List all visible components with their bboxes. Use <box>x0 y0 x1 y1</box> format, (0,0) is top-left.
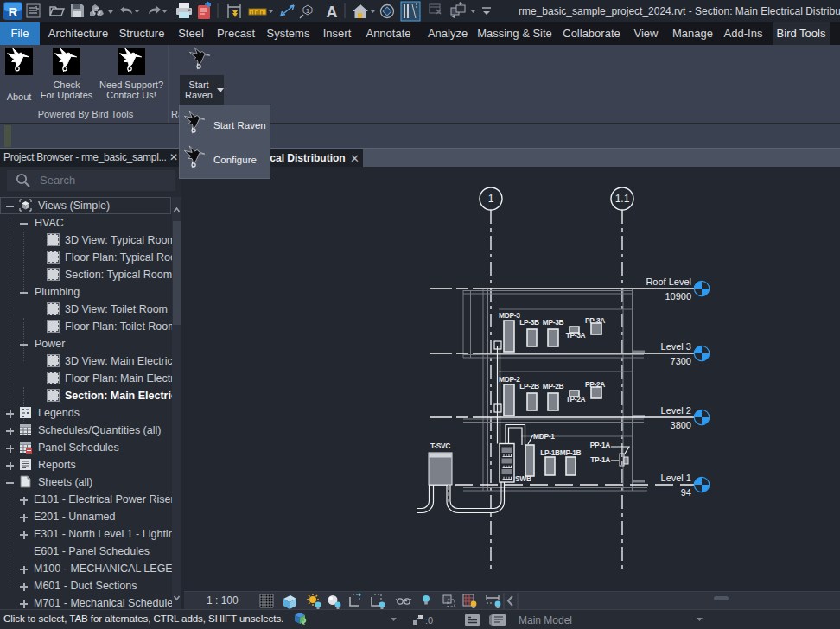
svg-text:1: 1 <box>306 7 310 15</box>
svg-text:T-SVC: T-SVC <box>430 442 450 450</box>
svg-text:PP-3A: PP-3A <box>585 316 605 325</box>
svg-text:MP-1B: MP-1B <box>560 448 582 457</box>
svg-text:LP-3B: LP-3B <box>519 318 539 327</box>
svg-text:LP-1B: LP-1B <box>540 448 560 457</box>
svg-text:Roof Level: Roof Level <box>646 276 691 287</box>
svg-text:TP-2A: TP-2A <box>566 395 586 403</box>
svg-text::0: :0 <box>425 615 433 626</box>
svg-text:1.1: 1.1 <box>615 193 630 205</box>
svg-text:R: R <box>9 4 18 19</box>
svg-text:MDP-1: MDP-1 <box>533 432 555 441</box>
svg-text:MDP-3: MDP-3 <box>499 311 520 320</box>
svg-text:PP-1A: PP-1A <box>590 441 610 449</box>
svg-text:PP-2A: PP-2A <box>585 380 605 389</box>
svg-text:Level 2: Level 2 <box>661 405 691 416</box>
svg-text:1: 1 <box>488 193 494 205</box>
svg-text:MDP-2: MDP-2 <box>499 375 520 384</box>
svg-text:TP-1A: TP-1A <box>590 455 610 464</box>
svg-text:A: A <box>327 3 338 21</box>
svg-text:3800: 3800 <box>671 420 691 430</box>
svg-text:MP-2B: MP-2B <box>543 382 564 391</box>
svg-text:LP-2B: LP-2B <box>519 382 539 391</box>
svg-text:7300: 7300 <box>671 356 691 366</box>
svg-text:TP-3A: TP-3A <box>566 331 586 340</box>
svg-text:10900: 10900 <box>665 291 691 302</box>
svg-text:SWB: SWB <box>515 474 531 483</box>
svg-text:MP-3B: MP-3B <box>543 318 564 327</box>
svg-text:94: 94 <box>681 487 691 498</box>
svg-text:Level 3: Level 3 <box>661 341 691 352</box>
svg-text:Level 1: Level 1 <box>661 473 691 483</box>
